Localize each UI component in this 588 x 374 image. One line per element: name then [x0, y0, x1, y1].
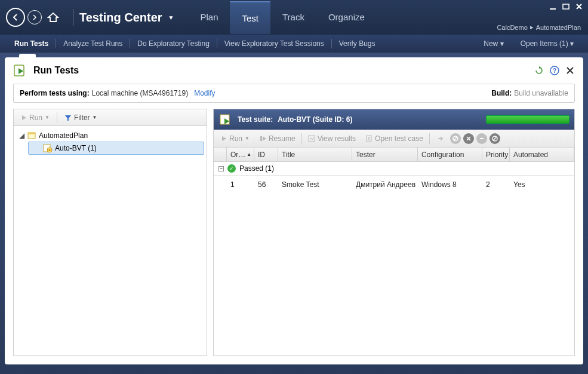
close-button[interactable]	[575, 2, 583, 11]
expander-icon[interactable]: ◢	[19, 133, 24, 139]
nav-view-exploratory[interactable]: View Exploratory Test Sessions	[217, 39, 331, 48]
cell-tester: Дмитрий Андреев	[352, 178, 418, 191]
grid-header: Or…▲ ID Title Tester Configuration Prior…	[214, 148, 574, 162]
reset-button[interactable]	[476, 133, 487, 144]
na-button[interactable]	[490, 133, 500, 144]
back-button[interactable]	[6, 8, 25, 27]
resume-button[interactable]: Resume	[255, 133, 299, 144]
center-dropdown[interactable]: ▼	[168, 14, 174, 21]
col-tester[interactable]: Tester	[352, 148, 418, 161]
cell-priority: 2	[482, 178, 510, 191]
col-title[interactable]: Title	[278, 148, 352, 161]
view-results-button[interactable]: View results	[304, 133, 359, 144]
breadcrumb-project[interactable]: CalcDemo	[497, 24, 527, 31]
nav-verify-bugs[interactable]: Verify Bugs	[332, 39, 383, 48]
open-test-case-button[interactable]: Open test case	[362, 133, 427, 144]
open-icon	[365, 135, 372, 142]
secondary-nav: Run Tests Analyze Test Runs Do Explorato…	[0, 35, 588, 53]
block-button[interactable]	[450, 133, 461, 144]
pass-icon: ✓	[227, 164, 236, 173]
perform-label: Perform tests using:	[20, 89, 90, 97]
window-controls	[549, 2, 583, 11]
suite-icon	[43, 143, 53, 153]
tab-organize[interactable]: Organize	[316, 1, 377, 34]
minimize-button[interactable]	[549, 2, 557, 11]
tab-plan[interactable]: Plan	[188, 1, 230, 34]
tree-run-button[interactable]: Run ▼	[17, 112, 53, 123]
perform-value: Local machine (MSA4961719)	[92, 89, 188, 97]
grid-toolbar: Run ▼ Resume View results Open test	[214, 130, 574, 148]
play-icon	[221, 136, 227, 142]
nav-exploratory[interactable]: Do Exploratory Testing	[130, 39, 217, 48]
suite-progress-bar	[487, 116, 569, 123]
svg-rect-10	[260, 136, 262, 141]
fail-button[interactable]	[463, 133, 474, 144]
divider	[301, 133, 302, 144]
col-config[interactable]: Configuration	[418, 148, 482, 161]
table-row[interactable]: 1 56 Smoke Test Дмитрий Андреев Windows …	[214, 176, 574, 194]
tab-track[interactable]: Track	[270, 1, 316, 34]
suite-progress	[486, 115, 569, 124]
cell-title: Smoke Test	[278, 178, 352, 191]
divider	[57, 112, 57, 123]
chevron-right-icon: ▸	[530, 23, 534, 31]
maximize-button[interactable]	[562, 2, 570, 11]
main-tabs: Plan Test Track Organize	[188, 1, 376, 34]
collapse-icon[interactable]: −	[218, 166, 224, 171]
app-title: Testing Center	[79, 11, 162, 24]
suite-tree-panel: Run ▼ Filter ▼ ◢ AutomatedPlan	[13, 109, 207, 356]
open-items-dropdown[interactable]: Open Items (1) ▾	[513, 39, 581, 48]
new-dropdown[interactable]: New ▾	[476, 39, 510, 48]
col-order[interactable]: Or…▲	[227, 148, 254, 161]
na-icon	[492, 136, 498, 142]
svg-rect-0	[550, 8, 556, 10]
cell-id: 56	[254, 178, 278, 191]
tree-suite-label: Auto-BVT (1)	[55, 144, 97, 152]
content: Run ▼ Filter ▼ ◢ AutomatedPlan	[5, 103, 583, 364]
col-checkbox[interactable]	[214, 148, 227, 161]
grid-run-button[interactable]: Run ▼	[217, 133, 253, 144]
close-page-button[interactable]	[565, 66, 575, 75]
tree-plan-label: AutomatedPlan	[39, 131, 88, 140]
svg-rect-6	[28, 133, 35, 134]
resume-icon	[259, 135, 266, 142]
filter-icon	[64, 114, 72, 121]
cell-automated: Yes	[510, 178, 574, 191]
page-title: Run Tests	[33, 65, 79, 76]
action-arrow-button[interactable]	[432, 133, 448, 144]
cell-config: Windows 8	[418, 178, 482, 191]
page: Run Tests ? Perform tests using: Local m…	[5, 57, 583, 364]
page-wrap: Run Tests ? Perform tests using: Local m…	[0, 53, 588, 374]
help-button[interactable]: ?	[550, 66, 559, 75]
home-button[interactable]	[47, 11, 60, 24]
breadcrumb-plan[interactable]: AutomatedPlan	[536, 24, 581, 31]
forward-button[interactable]	[27, 10, 42, 24]
col-priority[interactable]: Priority	[482, 148, 510, 161]
build-value: Build unavailable	[514, 89, 568, 97]
tree-plan-row[interactable]: ◢ AutomatedPlan	[16, 130, 204, 142]
col-automated[interactable]: Automated	[510, 148, 574, 161]
group-passed[interactable]: − ✓ Passed (1)	[214, 162, 574, 176]
divider	[429, 133, 430, 144]
col-id[interactable]: ID	[254, 148, 278, 161]
run-tests-icon	[13, 63, 27, 78]
group-label: Passed (1)	[239, 164, 274, 173]
tree-toolbar: Run ▼ Filter ▼	[14, 109, 207, 126]
x-icon	[466, 136, 472, 142]
divider	[73, 9, 73, 26]
filter-button[interactable]: Filter ▼	[61, 112, 101, 123]
titlebar: Testing Center ▼ Plan Test Track Organiz…	[0, 0, 588, 35]
svg-text:?: ?	[553, 68, 556, 74]
suite-header-icon	[218, 112, 233, 127]
nav-analyze[interactable]: Analyze Test Runs	[56, 39, 130, 48]
suite-tree: ◢ AutomatedPlan Auto-BVT (1)	[14, 126, 207, 355]
nav-run-tests[interactable]: Run Tests	[7, 39, 56, 48]
modify-link[interactable]: Modify	[194, 89, 215, 97]
minus-icon	[479, 136, 485, 142]
results-icon	[308, 135, 315, 142]
block-icon	[452, 136, 458, 142]
tab-test[interactable]: Test	[230, 1, 270, 34]
test-grid-panel: Test suite: Auto-BVT (Suite ID: 6) Run ▼…	[213, 109, 575, 356]
refresh-button[interactable]	[534, 66, 544, 75]
tree-suite-row[interactable]: Auto-BVT (1)	[28, 142, 204, 155]
